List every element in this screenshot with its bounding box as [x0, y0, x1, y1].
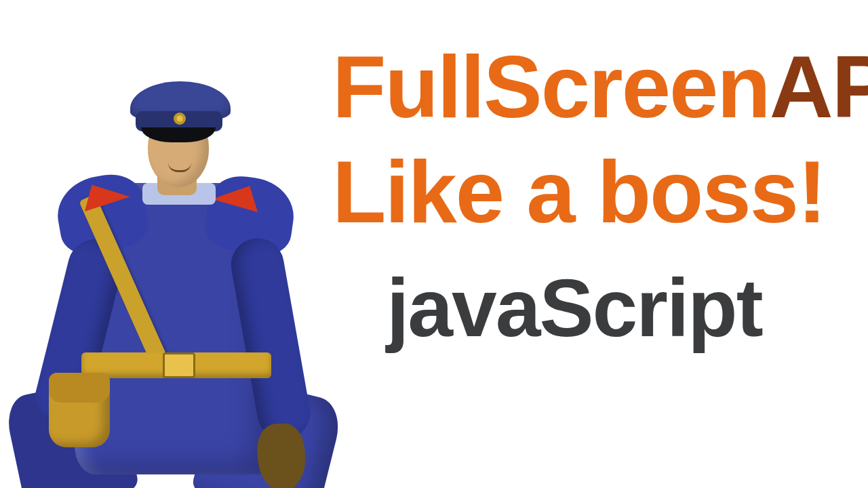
title-line-1: FullScreenAPI	[332, 41, 861, 134]
title-block: FullScreenAPI Like a boss! javaScript	[332, 41, 861, 350]
hat-cockade	[174, 113, 186, 125]
title-api: API	[770, 37, 868, 136]
belt-buckle	[163, 352, 195, 378]
title-fullscreen: FullScreen	[332, 37, 770, 136]
title-line-3: javaScript	[387, 265, 861, 350]
title-line-2: Like a boss!	[332, 146, 861, 239]
thumbnail-stage: FullScreenAPI Like a boss! javaScript	[0, 0, 868, 488]
uniformed-officer-illustration	[0, 47, 332, 488]
pouch	[49, 373, 110, 447]
